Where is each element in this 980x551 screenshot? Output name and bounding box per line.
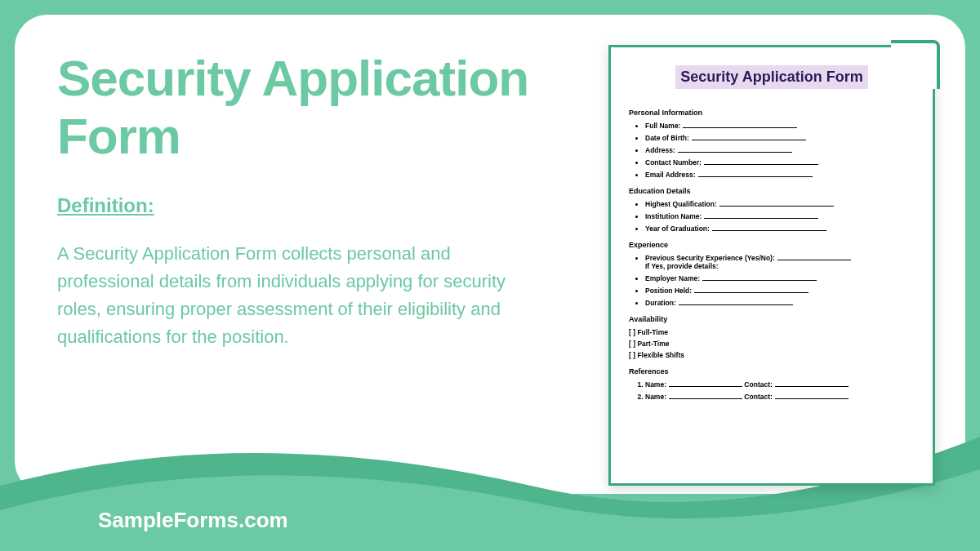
field-address: Address: (645, 146, 915, 154)
field-contact: Contact Number: (645, 158, 915, 167)
section-references-heading: References (629, 367, 915, 375)
section-availability-heading: Availability (629, 315, 915, 323)
field-full-name: Full Name: (645, 122, 915, 130)
corner-fold-icon (891, 40, 940, 89)
footer-brand: SampleForms.com (98, 508, 288, 533)
page-title: Security Application Form (57, 49, 564, 166)
field-duration: Duration: (645, 299, 915, 307)
content-left: Security Application Form Definition: A … (57, 49, 564, 351)
field-qualification: Highest Qualification: (645, 200, 915, 208)
avail-flexible: [ ] Flexible Shifts (629, 351, 915, 359)
personal-fields: Full Name: Date of Birth: Address: Conta… (629, 122, 915, 179)
definition-text: A Security Application Form collects per… (57, 240, 514, 351)
references-list: Name: Contact: Name: Contact: (629, 380, 915, 401)
field-email: Email Address: (645, 171, 915, 179)
reference-1: Name: Contact: (645, 380, 915, 389)
avail-full-time: [ ] Full-Time (629, 328, 915, 336)
field-institution: Institution Name: (645, 212, 915, 220)
section-personal-heading: Personal Information (629, 109, 915, 117)
reference-2: Name: Contact: (645, 393, 915, 401)
form-preview: Security Application Form Personal Infor… (608, 45, 935, 486)
section-education-heading: Education Details (629, 187, 915, 195)
form-preview-title: Security Application Form (675, 65, 867, 89)
education-fields: Highest Qualification: Institution Name:… (629, 200, 915, 233)
definition-label: Definition: (57, 194, 564, 217)
field-grad-year: Year of Graduation: (645, 224, 915, 233)
field-employer: Employer Name: (645, 274, 915, 282)
experience-fields: Previous Security Experience (Yes/No):If… (629, 254, 915, 307)
avail-part-time: [ ] Part-Time (629, 340, 915, 348)
field-dob: Date of Birth: (645, 134, 915, 142)
field-position: Position Held: (645, 287, 915, 295)
form-preview-container: Security Application Form Personal Infor… (608, 45, 935, 486)
section-experience-heading: Experience (629, 241, 915, 249)
field-prev-exp: Previous Security Experience (Yes/No):If… (645, 254, 915, 270)
